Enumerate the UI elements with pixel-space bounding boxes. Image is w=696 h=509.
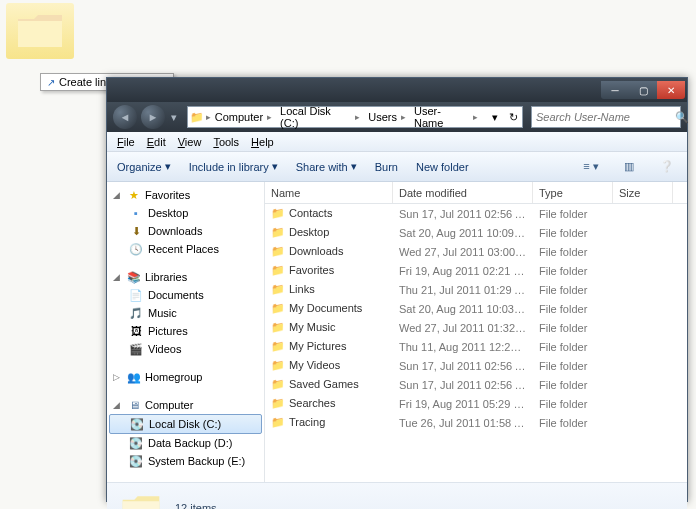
bc-username[interactable]: User-Name▸ <box>410 107 482 127</box>
sidebar-item-recent[interactable]: 🕓Recent Places <box>107 240 264 258</box>
file-row[interactable]: 📁SearchesFri 19, Aug 2011 05:29 PMFile f… <box>265 394 687 413</box>
drive-icon: 💽 <box>130 417 144 431</box>
recent-icon: 🕓 <box>129 242 143 256</box>
menu-file[interactable]: FFileile <box>111 134 141 150</box>
file-name: Favorites <box>289 264 334 276</box>
sidebar-item-documents[interactable]: 📄Documents <box>107 286 264 304</box>
file-name: Saved Games <box>289 378 359 390</box>
bc-computer[interactable]: Computer▸ <box>211 107 276 127</box>
file-row[interactable]: 📁My PicturesThu 11, Aug 2011 12:20 AMFil… <box>265 337 687 356</box>
desktop-drag-folder[interactable] <box>6 3 74 59</box>
sidebar-item-downloads[interactable]: ⬇Downloads <box>107 222 264 240</box>
menu-view[interactable]: View <box>172 134 208 150</box>
file-row[interactable]: 📁My VideosSun 17, Jul 2011 02:56 AMFile … <box>265 356 687 375</box>
new-folder-button[interactable]: New folder <box>416 161 469 173</box>
statusbar: 12 items <box>107 482 687 509</box>
minimize-button[interactable]: ─ <box>601 81 629 99</box>
sidebar-libraries[interactable]: ◢📚Libraries <box>107 268 264 286</box>
sidebar-item-databackup[interactable]: 💽Data Backup (D:) <box>107 434 264 452</box>
folder-icon: 📁 <box>271 207 285 221</box>
documents-icon: 📄 <box>129 288 143 302</box>
menu-help[interactable]: Help <box>245 134 280 150</box>
status-text: 12 items <box>175 502 217 510</box>
folder-icon: 📁 <box>271 302 285 316</box>
computer-icon: 🖥 <box>127 398 141 412</box>
search-box[interactable]: 🔍 <box>531 106 681 128</box>
file-type: File folder <box>533 208 613 220</box>
sidebar-network[interactable]: ▷🖧Network <box>107 480 264 482</box>
maximize-button[interactable]: ▢ <box>629 81 657 99</box>
sidebar-item-systembackup[interactable]: 💽System Backup (E:) <box>107 452 264 470</box>
library-icon: 📚 <box>127 270 141 284</box>
file-row[interactable]: 📁LinksThu 21, Jul 2011 01:29 AMFile fold… <box>265 280 687 299</box>
refresh-button[interactable]: ↻ <box>502 111 522 124</box>
back-button[interactable]: ◄ <box>113 105 137 129</box>
column-headers: Name Date modified Type Size <box>265 182 687 204</box>
folder-icon: 📁 <box>271 416 285 430</box>
sidebar-homegroup[interactable]: ▷👥Homegroup <box>107 368 264 386</box>
file-date: Wed 27, Jul 2011 03:00 AM <box>393 246 533 258</box>
file-row[interactable]: 📁Saved GamesSun 17, Jul 2011 02:56 AMFil… <box>265 375 687 394</box>
folder-icon: 📁 <box>271 245 285 259</box>
file-row[interactable]: 📁DesktopSat 20, Aug 2011 10:09 PMFile fo… <box>265 223 687 242</box>
file-name: Contacts <box>289 207 332 219</box>
help-button[interactable]: ❔ <box>657 157 677 177</box>
file-row[interactable]: 📁ContactsSun 17, Jul 2011 02:56 AMFile f… <box>265 204 687 223</box>
history-dropdown[interactable]: ▾ <box>169 105 179 129</box>
menu-tools[interactable]: Tools <box>207 134 245 150</box>
file-row[interactable]: 📁DownloadsWed 27, Jul 2011 03:00 AMFile … <box>265 242 687 261</box>
breadcrumb[interactable]: 📁 ▸ Computer▸ Local Disk (C:)▸ Users▸ Us… <box>187 106 523 128</box>
titlebar[interactable]: ─ ▢ ✕ <box>107 78 687 102</box>
burn-button[interactable]: Burn <box>375 161 398 173</box>
music-icon: 🎵 <box>129 306 143 320</box>
bc-users[interactable]: Users▸ <box>364 107 410 127</box>
organize-button[interactable]: Organize ▾ <box>117 160 171 173</box>
file-row[interactable]: 📁FavoritesFri 19, Aug 2011 02:21 PMFile … <box>265 261 687 280</box>
pictures-icon: 🖼 <box>129 324 143 338</box>
file-date: Sat 20, Aug 2011 10:03 PM <box>393 303 533 315</box>
sidebar-item-music[interactable]: 🎵Music <box>107 304 264 322</box>
folder-icon: 📁 <box>271 397 285 411</box>
column-name[interactable]: Name <box>265 182 393 203</box>
search-input[interactable] <box>536 111 675 123</box>
file-type: File folder <box>533 246 613 258</box>
file-name: Searches <box>289 397 335 409</box>
breadcrumb-dropdown[interactable]: ▾ <box>482 111 502 124</box>
file-list: Name Date modified Type Size 📁ContactsSu… <box>265 182 687 482</box>
sidebar-item-videos[interactable]: 🎬Videos <box>107 340 264 358</box>
sidebar-item-desktop[interactable]: ▪Desktop <box>107 204 264 222</box>
menu-edit[interactable]: Edit <box>141 134 172 150</box>
file-name: My Music <box>289 321 335 333</box>
column-size[interactable]: Size <box>613 182 673 203</box>
include-in-library-button[interactable]: Include in library ▾ <box>189 160 278 173</box>
search-icon[interactable]: 🔍 <box>675 111 689 124</box>
file-row[interactable]: 📁My DocumentsSat 20, Aug 2011 10:03 PMFi… <box>265 299 687 318</box>
folder-icon: 📁 <box>271 359 285 373</box>
forward-button[interactable]: ► <box>141 105 165 129</box>
sidebar-computer[interactable]: ◢🖥Computer <box>107 396 264 414</box>
preview-pane-button[interactable]: ▥ <box>619 157 639 177</box>
bc-localdisk[interactable]: Local Disk (C:)▸ <box>276 107 364 127</box>
breadcrumb-root-icon[interactable]: 📁 <box>188 111 206 124</box>
sidebar-item-pictures[interactable]: 🖼Pictures <box>107 322 264 340</box>
file-type: File folder <box>533 322 613 334</box>
sidebar-item-localdisk[interactable]: 💽Local Disk (C:) <box>109 414 262 434</box>
file-date: Tue 26, Jul 2011 01:58 AM <box>393 417 533 429</box>
file-row[interactable]: 📁My MusicWed 27, Jul 2011 01:32 AMFile f… <box>265 318 687 337</box>
file-row[interactable]: 📁TracingTue 26, Jul 2011 01:58 AMFile fo… <box>265 413 687 432</box>
folder-icon: 📁 <box>271 321 285 335</box>
sidebar-favorites[interactable]: ◢★Favorites <box>107 186 264 204</box>
column-type[interactable]: Type <box>533 182 613 203</box>
file-name: Tracing <box>289 416 325 428</box>
folder-icon: 📁 <box>271 283 285 297</box>
drive-icon: 💽 <box>129 436 143 450</box>
folder-icon: 📁 <box>271 340 285 354</box>
file-date: Sun 17, Jul 2011 02:56 AM <box>393 379 533 391</box>
file-type: File folder <box>533 341 613 353</box>
close-button[interactable]: ✕ <box>657 81 685 99</box>
view-mode-button[interactable]: ≡ ▾ <box>581 157 601 177</box>
share-with-button[interactable]: Share with ▾ <box>296 160 357 173</box>
file-date: Sat 20, Aug 2011 10:09 PM <box>393 227 533 239</box>
file-type: File folder <box>533 303 613 315</box>
column-date[interactable]: Date modified <box>393 182 533 203</box>
